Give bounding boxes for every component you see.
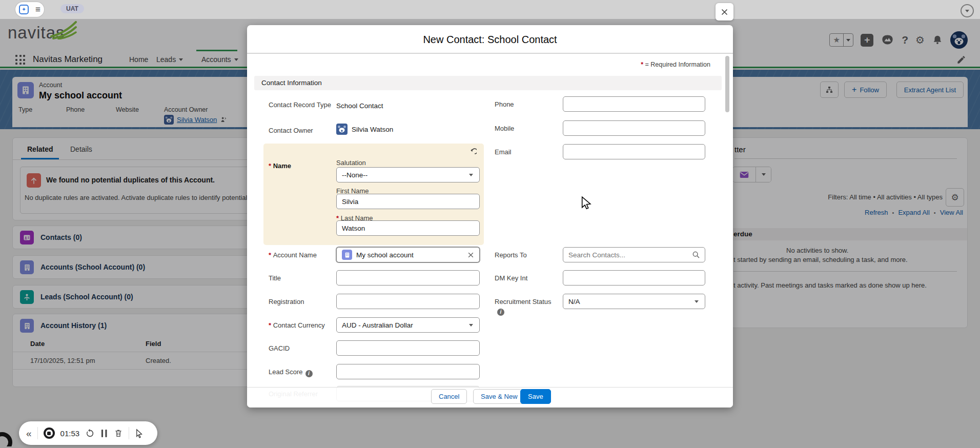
title-input[interactable] [336, 270, 480, 286]
hamburger-menu-icon: ≡ [35, 2, 40, 17]
gacid-input[interactable] [336, 340, 480, 356]
name-field-group: Name Salutation --None-- First Name Last… [263, 144, 484, 245]
new-contact-modal: New Contact: School Contact = Required I… [247, 25, 733, 408]
close-icon [721, 8, 728, 16]
label-contact-currency: Contact Currency [269, 321, 333, 330]
modal-scrollbar-thumb[interactable] [725, 56, 729, 112]
label-account-name: Account Name [269, 251, 333, 260]
undo-icon[interactable] [468, 148, 477, 156]
chevron-down-icon [469, 174, 473, 176]
value-contact-record-type: School Contact [336, 102, 383, 110]
label-mobile: Mobile [495, 125, 560, 133]
stop-recording-button[interactable] [44, 427, 55, 439]
contact-currency-select[interactable]: AUD - Australian Dollar [336, 317, 480, 333]
uat-environment-badge: UAT [60, 4, 84, 13]
pause-recording-icon[interactable] [100, 429, 108, 438]
recruitment-status-select[interactable]: N/A [563, 294, 705, 309]
collapse-recorder-button[interactable]: « [26, 429, 32, 438]
phone-input[interactable] [563, 96, 705, 112]
first-name-input[interactable] [336, 194, 480, 209]
reports-to-input[interactable] [563, 247, 705, 262]
toolbar-dropdown-button[interactable] [961, 4, 974, 17]
dm-key-int-input[interactable] [563, 270, 705, 286]
screen-recorder-bar: « 01:53 [19, 421, 157, 445]
label-recruitment-status: Recruitment Statusi [495, 298, 560, 316]
reports-to-lookup[interactable] [563, 247, 705, 262]
restart-recording-icon[interactable] [85, 429, 95, 438]
label-contact-record-type: Contact Record Type [269, 101, 333, 110]
recording-timer: 01:53 [60, 429, 80, 438]
last-name-input[interactable] [336, 220, 480, 236]
info-icon[interactable]: i [497, 309, 504, 316]
account-name-lookup-pill[interactable]: My school account [336, 247, 480, 262]
owner-avatar [336, 124, 348, 135]
delete-recording-icon[interactable] [114, 429, 123, 438]
mobile-input[interactable] [563, 120, 705, 136]
value-contact-owner: Silvia Watson [336, 124, 393, 135]
label-contact-owner: Contact Owner [269, 127, 333, 135]
info-icon[interactable]: i [305, 370, 313, 377]
label-dm-key-int: DM Key Int [495, 274, 560, 283]
modal-title: New Contact: School Contact [247, 25, 733, 54]
label-reports-to: Reports To [495, 251, 560, 260]
label-phone: Phone [495, 100, 560, 109]
browser-toolbar: ✦ ≡ UAT [0, 0, 980, 19]
section-contact-information: Contact Information [254, 76, 722, 90]
label-title: Title [269, 274, 333, 283]
mouse-cursor [581, 196, 593, 210]
search-icon [692, 251, 700, 259]
label-salutation: Salutation [336, 159, 366, 168]
chevron-down-icon [695, 300, 699, 303]
extension-pill[interactable]: ✦ ≡ [15, 2, 44, 17]
label-gacid: GACID [269, 344, 333, 353]
save-button[interactable]: Save [520, 389, 551, 404]
account-icon [342, 250, 352, 260]
required-info-note: = Required Information [641, 61, 710, 68]
save-and-new-button[interactable]: Save & New [473, 389, 525, 404]
cancel-button[interactable]: Cancel [431, 389, 467, 404]
email-input[interactable] [563, 144, 705, 159]
registration-input[interactable] [336, 294, 480, 309]
chevron-down-icon [965, 10, 969, 12]
chevron-down-icon [469, 324, 473, 327]
label-registration: Registration [269, 298, 333, 307]
cursor-tool-icon[interactable] [135, 429, 144, 438]
salutation-select[interactable]: --None-- [336, 167, 480, 182]
label-email: Email [495, 148, 560, 157]
sparkle-extension-icon: ✦ [19, 5, 29, 14]
label-name: Name [269, 162, 291, 171]
lead-score-input[interactable] [336, 364, 480, 379]
remove-selection-icon[interactable] [467, 252, 474, 258]
modal-close-button[interactable] [716, 3, 733, 21]
label-lead-score: Lead Scorei [269, 368, 333, 377]
modal-footer: Cancel Save & New Save [247, 387, 733, 408]
